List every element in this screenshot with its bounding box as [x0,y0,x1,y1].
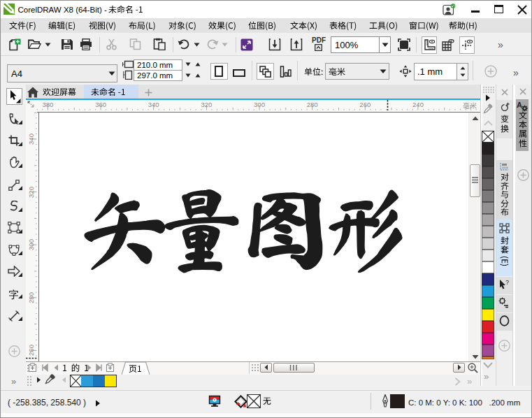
svg-text:A: A [517,101,522,109]
svg-text:?: ? [505,279,509,286]
